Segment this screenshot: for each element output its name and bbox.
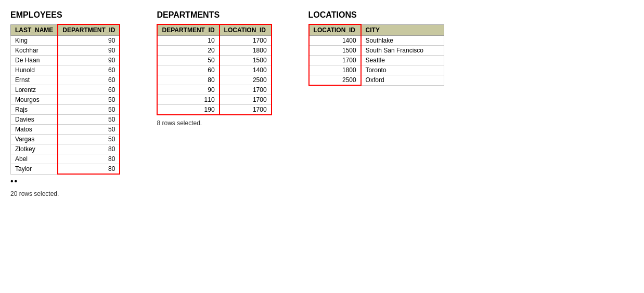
departments-title: DEPARTMENTS <box>157 10 272 20</box>
employees-cell-lastname: Rajs <box>11 105 58 115</box>
employees-cell-deptid: 50 <box>58 135 120 144</box>
employees-cell-deptid: 50 <box>58 115 120 125</box>
locations-cell-city: Toronto <box>361 65 444 75</box>
locations-cell-city: Oxford <box>361 75 444 86</box>
locations-cell-locationid: 1500 <box>309 46 361 56</box>
employees-cell-lastname: Lorentz <box>11 85 58 95</box>
employees-cell-lastname: Ernst <box>11 75 58 85</box>
departments-cell-deptid: 60 <box>157 65 219 75</box>
employees-cell-deptid: 50 <box>58 95 120 105</box>
departments-cell-locationid: 1700 <box>220 95 272 105</box>
departments-cell-locationid: 1700 <box>220 85 272 95</box>
employees-cell-deptid: 90 <box>58 56 120 65</box>
page-container: EMPLOYEES LAST_NAME DEPARTMENT_ID King90… <box>10 10 634 197</box>
employees-cell-deptid: 50 <box>58 105 120 115</box>
locations-cell-locationid: 1800 <box>309 65 361 75</box>
employees-title: EMPLOYEES <box>10 10 120 20</box>
locations-table: LOCATION_ID CITY 1400Southlake1500South … <box>308 24 445 86</box>
departments-cell-locationid: 1400 <box>220 65 272 75</box>
employees-cell-deptid: 60 <box>58 65 120 75</box>
employees-ellipsis: •• <box>10 177 18 185</box>
employees-col-lastname: LAST_NAME <box>11 24 58 36</box>
departments-cell-deptid: 80 <box>157 75 219 85</box>
locations-cell-locationid: 1400 <box>309 36 361 46</box>
employees-col-deptid: DEPARTMENT_ID <box>58 24 120 36</box>
employees-cell-lastname: Vargas <box>11 135 58 144</box>
employees-cell-deptid: 60 <box>58 75 120 85</box>
departments-section: DEPARTMENTS DEPARTMENT_ID LOCATION_ID 10… <box>157 10 272 127</box>
locations-cell-city: Southlake <box>361 36 444 46</box>
employees-cell-lastname: Matos <box>11 125 58 135</box>
employees-cell-deptid: 80 <box>58 164 120 175</box>
employees-cell-lastname: King <box>11 36 58 46</box>
departments-cell-deptid: 20 <box>157 46 219 56</box>
employees-rows-selected: 20 rows selected. <box>10 190 120 197</box>
departments-cell-locationid: 1700 <box>220 36 272 46</box>
departments-table: DEPARTMENT_ID LOCATION_ID 10170020180050… <box>157 24 272 115</box>
departments-cell-deptid: 110 <box>157 95 219 105</box>
locations-section: LOCATIONS LOCATION_ID CITY 1400Southlake… <box>308 10 445 86</box>
employees-cell-lastname: Taylor <box>11 164 58 175</box>
employees-section: EMPLOYEES LAST_NAME DEPARTMENT_ID King90… <box>10 10 120 197</box>
departments-cell-deptid: 90 <box>157 85 219 95</box>
employees-cell-deptid: 90 <box>58 46 120 56</box>
departments-cell-deptid: 190 <box>157 105 219 115</box>
departments-cell-locationid: 1500 <box>220 56 272 65</box>
departments-cell-locationid: 2500 <box>220 75 272 85</box>
locations-col-city: CITY <box>361 24 444 36</box>
locations-cell-locationid: 1700 <box>309 56 361 65</box>
employees-cell-deptid: 60 <box>58 85 120 95</box>
departments-cell-deptid: 50 <box>157 56 219 65</box>
locations-title: LOCATIONS <box>308 10 445 20</box>
employees-cell-deptid: 80 <box>58 144 120 154</box>
employees-cell-lastname: Kochhar <box>11 46 58 56</box>
tables-row: EMPLOYEES LAST_NAME DEPARTMENT_ID King90… <box>10 10 634 197</box>
departments-cell-deptid: 10 <box>157 36 219 46</box>
locations-cell-city: South San Francisco <box>361 46 444 56</box>
employees-table: LAST_NAME DEPARTMENT_ID King90Kochhar90D… <box>10 24 120 175</box>
employees-cell-lastname: De Haan <box>11 56 58 65</box>
departments-col-locationid: LOCATION_ID <box>220 24 272 36</box>
employees-cell-deptid: 80 <box>58 154 120 164</box>
employees-cell-lastname: Abel <box>11 154 58 164</box>
departments-cell-locationid: 1800 <box>220 46 272 56</box>
locations-cell-city: Seattle <box>361 56 444 65</box>
departments-cell-locationid: 1700 <box>220 105 272 115</box>
employees-cell-lastname: Davies <box>11 115 58 125</box>
employees-cell-lastname: Hunold <box>11 65 58 75</box>
departments-col-deptid: DEPARTMENT_ID <box>157 24 219 36</box>
locations-col-locationid: LOCATION_ID <box>309 24 361 36</box>
employees-cell-lastname: Zlotkey <box>11 144 58 154</box>
locations-cell-locationid: 2500 <box>309 75 361 86</box>
departments-rows-selected: 8 rows selected. <box>157 119 272 127</box>
employees-cell-deptid: 50 <box>58 125 120 135</box>
employees-cell-lastname: Mourgos <box>11 95 58 105</box>
employees-cell-deptid: 90 <box>58 36 120 46</box>
